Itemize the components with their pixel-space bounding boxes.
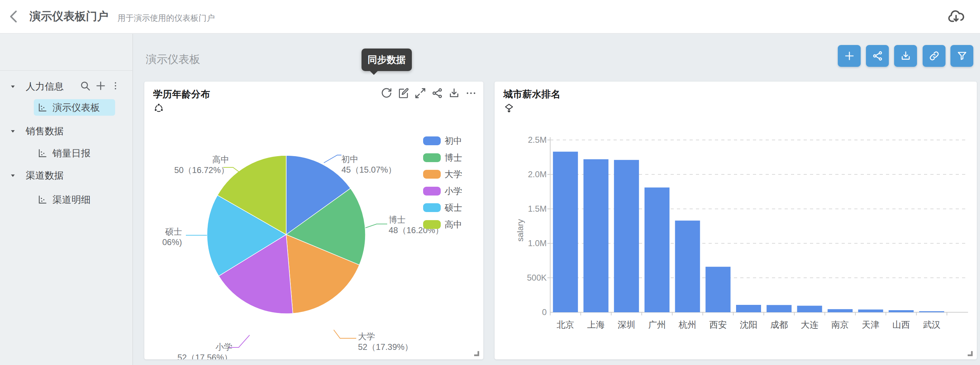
filter-icon (956, 50, 968, 62)
pie-data-label-0: 初中45（15.07%） (342, 154, 396, 175)
chevron-down-icon[interactable] (10, 173, 16, 179)
plus-icon (844, 50, 855, 62)
x-tick-label: 山西 (886, 319, 916, 330)
link-button[interactable] (923, 45, 945, 67)
x-tick-label: 北京 (550, 319, 581, 330)
pie-data-label-5: 高中50（16.72%） (174, 154, 229, 176)
tree-group-label: 销售数据 (26, 125, 64, 138)
legend-item-4[interactable]: 硕士 (423, 202, 462, 213)
legend-swatch (423, 136, 441, 145)
legend-label: 大学 (445, 168, 462, 180)
x-tick-label: 杭州 (672, 319, 703, 330)
sidebar-divider (0, 70, 132, 71)
pie-data-label-4: 硕士06%) (162, 227, 182, 248)
app-header: 演示仪表板门户 用于演示使用的仪表板门户 (0, 0, 980, 34)
legend-item-3[interactable]: 小学 (423, 186, 462, 197)
x-tick-label: 沈阳 (733, 319, 764, 330)
resize-handle-icon[interactable] (472, 349, 480, 357)
download-icon (900, 50, 912, 62)
sidebar: 人力信息演示仪表板销售数据销量日报渠道数据渠道明细 (0, 34, 133, 365)
bar-5[interactable] (705, 267, 730, 312)
tree-group-label: 人力信息 (26, 80, 64, 93)
tree-group-label: 渠道数据 (26, 169, 64, 182)
x-tick-label: 上海 (581, 319, 611, 330)
tree-item-label: 渠道明细 (52, 194, 91, 206)
dashboard-title: 演示仪表板 (146, 52, 200, 67)
chart-icon (38, 103, 47, 112)
bar-chart[interactable] (495, 82, 977, 359)
y-tick-label: 500K (504, 273, 547, 283)
share-button[interactable] (866, 45, 889, 67)
bar-9[interactable] (827, 309, 853, 312)
legend-item-1[interactable]: 博士 (423, 152, 462, 163)
y-tick-label: 0 (504, 307, 547, 317)
bar-2[interactable] (614, 160, 639, 312)
share-icon (872, 50, 883, 62)
bar-7[interactable] (767, 305, 792, 312)
link-icon (929, 50, 940, 62)
resize-handle-icon[interactable] (966, 349, 973, 357)
bar-1[interactable] (584, 159, 609, 312)
legend-swatch (423, 220, 441, 229)
page-title: 演示仪表板门户 (30, 9, 108, 24)
cloud-download-icon[interactable] (947, 8, 965, 25)
legend-label: 硕士 (445, 202, 462, 213)
tree-item-label: 演示仪表板 (52, 101, 100, 114)
bar-6[interactable] (736, 305, 761, 312)
tree-item-2[interactable]: 渠道明细 (34, 191, 115, 208)
bar-11[interactable] (889, 310, 914, 312)
x-tick-label: 南京 (825, 319, 855, 330)
x-tick-label: 广州 (642, 319, 672, 330)
bar-chart-card: 城市薪水排名 salary 2.5M2.0M1.5M1.0M500K0北京上海深… (495, 82, 977, 359)
y-tick-label: 1.0M (504, 238, 547, 248)
tree-group-2[interactable]: 渠道数据 (0, 170, 132, 181)
legend-item-2[interactable]: 大学 (423, 169, 462, 180)
x-tick-label: 成都 (764, 319, 794, 330)
pie-label-leader (365, 224, 387, 228)
chevron-down-icon[interactable] (10, 129, 16, 134)
chart-icon (38, 195, 47, 204)
legend-label: 高中 (445, 219, 462, 230)
tree-group-0[interactable]: 人力信息 (0, 81, 132, 92)
filter-button[interactable] (950, 45, 973, 67)
y-tick-label: 2.5M (504, 135, 547, 145)
legend-item-0[interactable]: 初中 (423, 135, 462, 146)
y-tick-label: 1.5M (504, 204, 547, 214)
tree-item-label: 销量日报 (52, 147, 91, 160)
page-subtitle: 用于演示使用的仪表板门户 (118, 13, 215, 24)
plus-button[interactable] (838, 45, 861, 67)
pie-label-leader (324, 155, 342, 163)
legend-label: 小学 (445, 185, 462, 197)
legend-item-5[interactable]: 高中 (423, 219, 462, 230)
back-button[interactable] (6, 9, 22, 24)
bar-4[interactable] (675, 221, 700, 312)
x-tick-label: 天津 (855, 319, 886, 330)
bar-3[interactable] (644, 187, 670, 312)
pie-chart-card: 学历年龄分布 初中45（15.07%）博士48（16.20%）大学52（17.3… (144, 82, 483, 359)
tree-item-0[interactable]: 演示仪表板 (34, 99, 115, 116)
bar-10[interactable] (858, 309, 883, 312)
pie-label-leader (334, 330, 356, 338)
bar-8[interactable] (797, 306, 822, 312)
legend-swatch (423, 170, 441, 179)
legend-swatch (423, 153, 441, 162)
legend-swatch (423, 203, 441, 212)
main-area: 演示仪表板 同步数据 学历年龄分布 初中45（15.07%）博士48（16.20… (133, 34, 980, 365)
download-button[interactable] (894, 45, 917, 67)
tree-group-1[interactable]: 销售数据 (0, 125, 132, 137)
pie-data-label-3: 小学52（17.56%） (177, 342, 232, 359)
legend-label: 博士 (445, 152, 462, 163)
x-tick-label: 深圳 (611, 319, 642, 330)
legend-swatch (423, 187, 441, 195)
bar-0[interactable] (553, 152, 578, 312)
x-tick-label: 武汉 (916, 319, 947, 330)
chevron-down-icon[interactable] (10, 84, 16, 90)
tree-item-1[interactable]: 销量日报 (34, 145, 115, 162)
x-tick-label: 大连 (794, 319, 825, 330)
x-tick-label: 西安 (703, 319, 733, 330)
legend-label: 初中 (445, 135, 462, 147)
bar-12[interactable] (919, 311, 944, 312)
pie-data-label-2: 大学52（17.39%） (358, 331, 413, 352)
chart-icon (38, 148, 47, 158)
sync-data-tooltip: 同步数据 (361, 49, 412, 71)
